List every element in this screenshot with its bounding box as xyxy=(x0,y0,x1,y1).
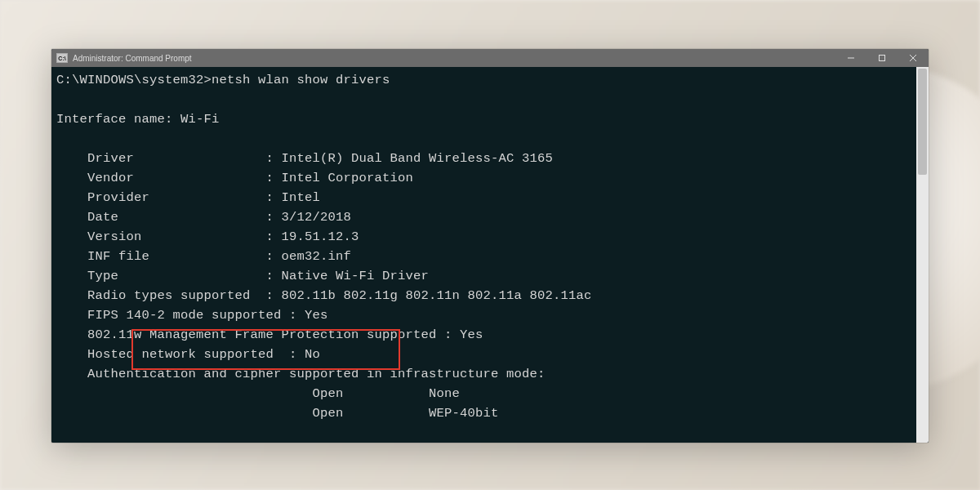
maximize-icon xyxy=(878,54,886,62)
window-title: Administrator: Command Prompt xyxy=(73,54,835,63)
minimize-button[interactable] xyxy=(835,49,866,67)
vertical-scrollbar[interactable] xyxy=(916,67,929,443)
svg-rect-1 xyxy=(880,56,885,61)
command-prompt-window: C:\ Administrator: Command Prompt C:\WIN… xyxy=(51,49,929,443)
window-controls xyxy=(835,49,929,67)
minimize-icon xyxy=(847,54,855,62)
close-icon xyxy=(909,54,917,62)
scrollbar-thumb[interactable] xyxy=(918,69,927,175)
maximize-button[interactable] xyxy=(866,49,898,67)
window-titlebar[interactable]: C:\ Administrator: Command Prompt xyxy=(51,49,929,67)
cmd-icon: C:\ xyxy=(56,53,68,63)
terminal-output[interactable]: C:\WINDOWS\system32>netsh wlan show driv… xyxy=(51,67,929,443)
close-button[interactable] xyxy=(898,49,929,67)
